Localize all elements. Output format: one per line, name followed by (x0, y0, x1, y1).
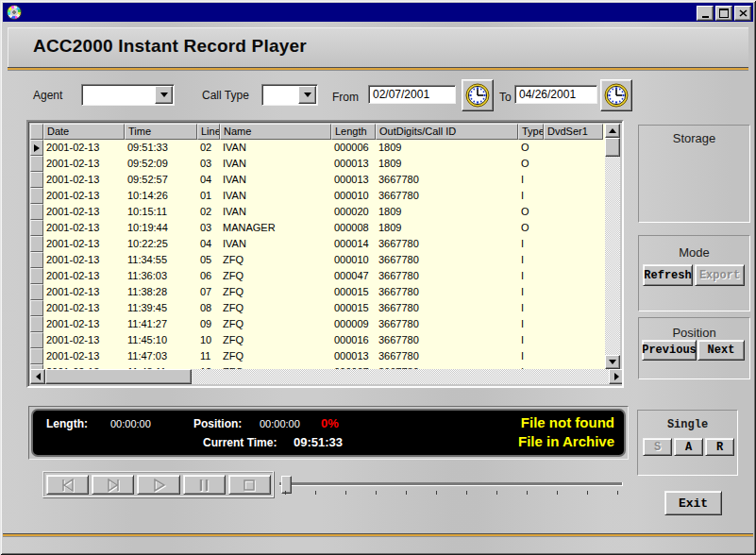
slider-track[interactable] (279, 482, 623, 486)
arrow-up-icon (609, 128, 616, 133)
header-accent-line (8, 67, 748, 71)
table-cell: 000014 (331, 236, 376, 252)
table-row[interactable]: 2001-02-1309:51:3302IVAN0000061809O (30, 140, 607, 156)
play-button[interactable] (137, 475, 179, 495)
scroll-left-button[interactable] (30, 369, 45, 384)
single-r-button[interactable]: R (705, 438, 734, 456)
column-header-line[interactable]: Line (197, 124, 220, 140)
table-cell (544, 204, 603, 220)
call-type-dropdown-button[interactable] (298, 86, 316, 104)
table-row[interactable]: 2001-02-1311:45:1010ZFQ0000163667780I (30, 332, 607, 348)
column-header-length[interactable]: Length (331, 124, 376, 140)
table-cell: ZFQ (220, 252, 331, 268)
vertical-scroll-thumb[interactable] (605, 138, 620, 157)
titlebar[interactable] (3, 3, 753, 22)
table-row[interactable]: 2001-02-1310:22:2504IVAN0000143667780I (30, 236, 607, 252)
scroll-down-button[interactable] (605, 355, 620, 369)
row-selector[interactable] (30, 220, 43, 236)
table-row[interactable]: 2001-02-1310:15:1102IVAN0000201809O (30, 204, 607, 220)
next-track-button[interactable] (92, 475, 134, 495)
scroll-right-button[interactable] (609, 369, 624, 384)
table-cell: 10:22:25 (125, 236, 197, 252)
row-selector[interactable] (30, 140, 43, 156)
previous-track-button[interactable] (46, 475, 89, 495)
table-row[interactable]: 2001-02-1309:52:0903IVAN0000131809O (30, 156, 607, 172)
table-row[interactable]: 2001-02-1311:39:4508ZFQ0000153667780I (30, 300, 607, 316)
table-cell: ZFQ (220, 300, 331, 316)
table-row[interactable]: 2001-02-1311:36:0306ZFQ0000473667780I (30, 268, 607, 284)
table-cell (544, 188, 603, 204)
table-cell: 3667780 (376, 300, 518, 316)
column-header-time[interactable]: Time (125, 124, 197, 140)
table-cell (544, 332, 603, 348)
to-date-picker-button[interactable] (600, 79, 632, 111)
table-row[interactable]: 2001-02-1311:47:0311ZFQ0000133667780I (30, 348, 607, 364)
from-date-field[interactable]: 02/07/2001 (368, 85, 456, 104)
stop-button[interactable] (228, 475, 271, 495)
play-icon (148, 479, 169, 492)
table-cell: 000006 (331, 140, 376, 156)
maximize-button[interactable] (715, 6, 732, 21)
table-row[interactable]: 2001-02-1310:19:4403MANAGER0000081809O (30, 220, 607, 236)
table-cell: I (518, 268, 544, 284)
to-label: To (499, 91, 512, 104)
table-row[interactable]: 2001-02-1310:14:2601IVAN0000103667780I (30, 188, 607, 204)
row-selector[interactable] (30, 284, 43, 300)
single-a-button[interactable]: A (674, 438, 703, 456)
seek-slider[interactable] (279, 473, 622, 497)
row-selector[interactable] (30, 156, 43, 172)
agent-dropdown-button[interactable] (155, 86, 173, 104)
horizontal-scroll-thumb[interactable] (45, 369, 192, 384)
from-date-picker-button[interactable] (462, 79, 494, 111)
table-cell: IVAN (220, 156, 331, 172)
to-date-field[interactable]: 04/26/2001 (514, 85, 597, 104)
column-header-name[interactable]: Name (220, 124, 331, 140)
table-cell: I (518, 188, 544, 204)
row-selector[interactable] (30, 236, 43, 252)
arrow-left-icon (36, 373, 41, 380)
row-selector[interactable] (30, 188, 43, 204)
row-selector[interactable] (30, 316, 43, 332)
previous-button[interactable]: Previous (642, 340, 697, 361)
vertical-scrollbar[interactable] (605, 124, 620, 369)
next-button[interactable]: Next (697, 340, 745, 361)
horizontal-scrollbar[interactable] (30, 369, 624, 384)
refresh-button[interactable]: Refresh (643, 264, 693, 286)
row-selector[interactable] (30, 204, 43, 220)
export-button[interactable]: Export (695, 264, 745, 286)
row-selector[interactable] (30, 252, 43, 268)
table-cell: O (518, 140, 544, 156)
row-selector[interactable] (30, 348, 43, 364)
row-selector[interactable] (30, 268, 43, 284)
stop-icon (239, 479, 260, 492)
table-cell (544, 236, 603, 252)
pause-button[interactable] (183, 475, 226, 495)
table-cell: 000013 (331, 172, 376, 188)
table-row[interactable]: 2001-02-1309:52:5704IVAN0000133667780I (30, 172, 607, 188)
single-s-button[interactable]: S (643, 438, 672, 456)
exit-button[interactable]: Exit (664, 491, 722, 515)
row-selector[interactable] (30, 172, 43, 188)
clock-icon (604, 83, 629, 108)
column-header-outdigits[interactable]: OutDigits/Call ID (376, 124, 518, 140)
minimize-button[interactable] (697, 6, 714, 21)
column-header-date[interactable]: Date (43, 124, 125, 140)
table-cell: I (518, 316, 544, 332)
table-cell: 11:36:03 (125, 268, 197, 284)
table-cell: ZFQ (220, 316, 331, 332)
row-selector[interactable] (30, 300, 43, 316)
close-button[interactable] (734, 6, 751, 21)
agent-select[interactable]: All (81, 84, 175, 106)
table-row[interactable]: 2001-02-1311:34:5505ZFQ0000103667780I (30, 252, 607, 268)
call-type-select[interactable]: All (261, 84, 318, 106)
table-row[interactable]: 2001-02-1311:41:2709ZFQ0000093667780I (30, 316, 607, 332)
status-message: File not found File in Archive (518, 413, 614, 451)
table-cell: 000013 (331, 156, 376, 172)
scroll-up-button[interactable] (605, 124, 620, 138)
column-header-dvdser1[interactable]: DvdSer1 (544, 124, 603, 140)
column-header-type[interactable]: Type (518, 124, 544, 140)
row-selector[interactable] (30, 332, 43, 348)
arrow-right-icon (614, 373, 619, 380)
table-row[interactable]: 2001-02-1311:38:2807ZFQ0000153667780I (30, 284, 607, 300)
table-cell: 2001-02-13 (43, 156, 125, 172)
